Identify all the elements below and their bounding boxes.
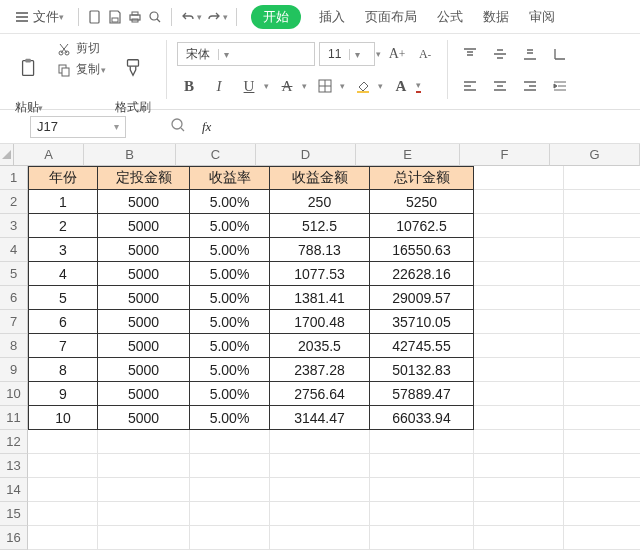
italic-button[interactable]: I bbox=[207, 74, 231, 98]
row-header[interactable]: 1 bbox=[0, 166, 28, 190]
cell[interactable]: 2756.64 bbox=[270, 382, 370, 406]
cell[interactable]: 1700.48 bbox=[270, 310, 370, 334]
cell[interactable] bbox=[98, 430, 190, 454]
column-header[interactable]: E bbox=[356, 144, 460, 166]
cell[interactable]: 10762.5 bbox=[370, 214, 474, 238]
cell[interactable]: 50132.83 bbox=[370, 358, 474, 382]
increase-font-button[interactable]: A+ bbox=[385, 42, 409, 66]
cell[interactable] bbox=[370, 526, 474, 550]
cell[interactable] bbox=[370, 478, 474, 502]
border-button[interactable] bbox=[313, 74, 337, 98]
align-left-button[interactable] bbox=[458, 74, 482, 98]
cell[interactable]: 5000 bbox=[98, 262, 190, 286]
row-header[interactable]: 12 bbox=[0, 430, 28, 454]
cell[interactable] bbox=[190, 430, 270, 454]
cell[interactable]: 1381.41 bbox=[270, 286, 370, 310]
cell[interactable] bbox=[474, 526, 564, 550]
strike-button[interactable]: A bbox=[275, 74, 299, 98]
cell[interactable] bbox=[474, 238, 564, 262]
cell[interactable]: 5000 bbox=[98, 238, 190, 262]
row-header[interactable]: 16 bbox=[0, 526, 28, 550]
cell[interactable]: 35710.05 bbox=[370, 310, 474, 334]
cell[interactable] bbox=[474, 310, 564, 334]
cell[interactable] bbox=[270, 478, 370, 502]
cell[interactable]: 1077.53 bbox=[270, 262, 370, 286]
cell[interactable]: 5.00% bbox=[190, 238, 270, 262]
tab-page-layout[interactable]: 页面布局 bbox=[357, 5, 425, 29]
cell[interactable] bbox=[190, 478, 270, 502]
align-middle-button[interactable] bbox=[488, 42, 512, 66]
cell[interactable]: 5250 bbox=[370, 190, 474, 214]
cell[interactable] bbox=[474, 382, 564, 406]
cell[interactable]: 3 bbox=[28, 238, 98, 262]
fill-color-button[interactable] bbox=[351, 74, 375, 98]
cell[interactable]: 5000 bbox=[98, 214, 190, 238]
underline-button[interactable]: U bbox=[237, 74, 261, 98]
cell[interactable] bbox=[474, 190, 564, 214]
cell[interactable]: 57889.47 bbox=[370, 382, 474, 406]
cell[interactable]: 5000 bbox=[98, 406, 190, 430]
print-icon[interactable] bbox=[127, 9, 143, 25]
zoom-icon[interactable] bbox=[170, 117, 186, 137]
bold-button[interactable]: B bbox=[177, 74, 201, 98]
align-top-button[interactable] bbox=[458, 42, 482, 66]
cell[interactable]: 5000 bbox=[98, 334, 190, 358]
cell[interactable] bbox=[474, 478, 564, 502]
row-header[interactable]: 3 bbox=[0, 214, 28, 238]
cell[interactable] bbox=[564, 454, 640, 478]
cell[interactable] bbox=[564, 334, 640, 358]
cells-area[interactable]: 年份定投金额收益率收益金额总计金额150005.00%2505250250005… bbox=[28, 166, 640, 550]
cell[interactable] bbox=[270, 526, 370, 550]
row-header[interactable]: 6 bbox=[0, 286, 28, 310]
format-painter-button[interactable] bbox=[110, 40, 156, 96]
cell[interactable]: 收益率 bbox=[190, 166, 270, 190]
cell[interactable] bbox=[564, 190, 640, 214]
cell[interactable]: 29009.57 bbox=[370, 286, 474, 310]
preview-icon[interactable] bbox=[147, 9, 163, 25]
save-icon[interactable] bbox=[107, 9, 123, 25]
cell[interactable] bbox=[474, 262, 564, 286]
cell[interactable] bbox=[564, 238, 640, 262]
align-bottom-button[interactable] bbox=[518, 42, 542, 66]
paste-button[interactable] bbox=[6, 40, 52, 96]
cell[interactable] bbox=[474, 286, 564, 310]
row-header[interactable]: 9 bbox=[0, 358, 28, 382]
cell[interactable] bbox=[474, 214, 564, 238]
cell[interactable] bbox=[98, 478, 190, 502]
align-right-button[interactable] bbox=[518, 74, 542, 98]
row-header[interactable]: 5 bbox=[0, 262, 28, 286]
cell[interactable]: 总计金额 bbox=[370, 166, 474, 190]
cell[interactable]: 收益金额 bbox=[270, 166, 370, 190]
font-name-combo[interactable]: 宋体 ▾ bbox=[177, 42, 315, 66]
cell[interactable] bbox=[564, 502, 640, 526]
cell[interactable]: 5.00% bbox=[190, 214, 270, 238]
cell[interactable] bbox=[270, 454, 370, 478]
cell[interactable] bbox=[270, 430, 370, 454]
cell[interactable] bbox=[270, 502, 370, 526]
cell[interactable]: 5.00% bbox=[190, 334, 270, 358]
cell[interactable] bbox=[564, 478, 640, 502]
cell[interactable]: 1 bbox=[28, 190, 98, 214]
cell[interactable] bbox=[28, 430, 98, 454]
undo-icon[interactable] bbox=[180, 9, 196, 25]
tab-data[interactable]: 数据 bbox=[475, 5, 517, 29]
cell[interactable] bbox=[98, 526, 190, 550]
row-header[interactable]: 15 bbox=[0, 502, 28, 526]
cell[interactable]: 2 bbox=[28, 214, 98, 238]
cell[interactable] bbox=[98, 454, 190, 478]
cell[interactable]: 5000 bbox=[98, 190, 190, 214]
cell[interactable] bbox=[474, 334, 564, 358]
cell[interactable]: 5.00% bbox=[190, 190, 270, 214]
cell[interactable] bbox=[474, 406, 564, 430]
cell[interactable]: 10 bbox=[28, 406, 98, 430]
cell[interactable] bbox=[564, 286, 640, 310]
cell[interactable]: 6 bbox=[28, 310, 98, 334]
fx-label[interactable]: fx bbox=[198, 119, 211, 135]
cell[interactable]: 5000 bbox=[98, 358, 190, 382]
cell[interactable]: 9 bbox=[28, 382, 98, 406]
cell[interactable] bbox=[564, 430, 640, 454]
cell[interactable] bbox=[28, 454, 98, 478]
cell[interactable]: 5.00% bbox=[190, 358, 270, 382]
indent-button[interactable] bbox=[548, 74, 572, 98]
column-header[interactable]: B bbox=[84, 144, 176, 166]
